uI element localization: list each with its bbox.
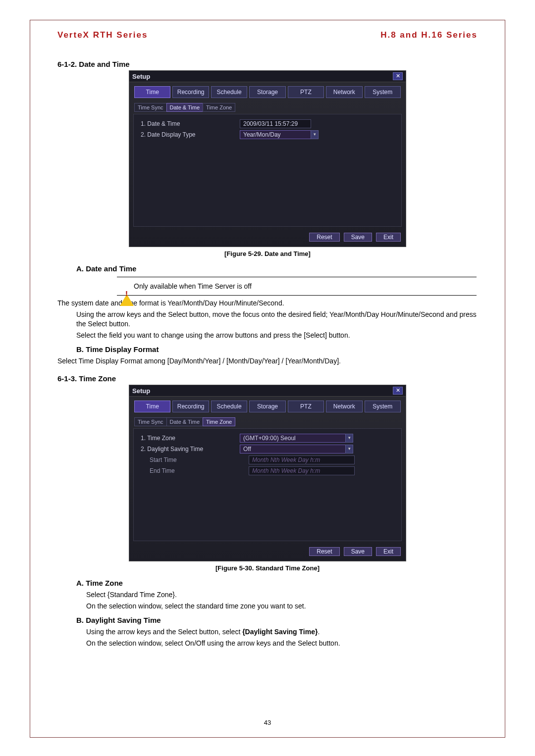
- para-3a: Select {Standard Time Zone}.: [57, 590, 478, 600]
- field-dst[interactable]: Off: [240, 445, 346, 454]
- subtab-time-sync[interactable]: Time Sync: [134, 417, 167, 426]
- field-date-display-type[interactable]: Year/Mon/Day: [240, 130, 311, 139]
- reset-button[interactable]: Reset: [309, 233, 339, 242]
- chevron-down-icon[interactable]: ▾: [345, 445, 353, 454]
- chevron-down-icon[interactable]: ▾: [345, 434, 353, 443]
- tab-recording[interactable]: Recording: [172, 86, 209, 98]
- tab-time[interactable]: Time: [134, 86, 170, 98]
- para-4a-post: .: [318, 628, 320, 636]
- label-end-time: End Time: [141, 467, 249, 474]
- warning-box: ! Only available when Time Server is off: [117, 277, 477, 296]
- field-end-time: Month Nth Week Day h:m: [249, 466, 355, 475]
- tab-storage[interactable]: Storage: [249, 86, 285, 98]
- label-time-zone: 1. Time Zone: [141, 435, 240, 442]
- reset-button[interactable]: Reset: [309, 547, 339, 556]
- close-icon[interactable]: ✕: [393, 72, 403, 80]
- subhead-b-dst: B. Daylight Saving Time: [76, 616, 478, 624]
- tab-network[interactable]: Network: [326, 401, 362, 412]
- subtab-time-zone[interactable]: Time Zone: [203, 417, 235, 426]
- tab-ptz[interactable]: PTZ: [288, 401, 324, 412]
- subtab-date-time[interactable]: Date & Time: [166, 103, 204, 112]
- page-header: VerteX RTH Series H.8 and H.16 Series: [57, 30, 478, 40]
- subhead-b-time-display: B. Time Display Format: [76, 345, 478, 353]
- dialog-title: Setup: [132, 387, 150, 395]
- para-1c: Select the field you want to change usin…: [57, 331, 478, 340]
- section-6-1-3-heading: 6-1-3. Time Zone: [57, 374, 478, 383]
- tab-recording[interactable]: Recording: [172, 401, 209, 412]
- subhead-a-time-zone: A. Time Zone: [76, 579, 478, 587]
- dialog-title: Setup: [132, 73, 150, 80]
- field-time-zone[interactable]: (GMT+09:00) Seoul: [240, 434, 346, 443]
- para-4a-pre: Using the arrow keys and the Select butt…: [86, 628, 242, 636]
- para-3b: On the selection window, select the stan…: [57, 602, 478, 611]
- save-button[interactable]: Save: [344, 233, 372, 242]
- page-number: 43: [30, 719, 505, 726]
- tab-storage[interactable]: Storage: [249, 401, 285, 412]
- warning-text: Only available when Time Server is off: [134, 282, 252, 290]
- tab-ptz[interactable]: PTZ: [288, 86, 324, 98]
- subhead-a-date-time: A. Date and Time: [76, 264, 478, 273]
- close-icon[interactable]: ✕: [393, 387, 403, 395]
- label-date-display-type: 2. Date Display Type: [141, 131, 240, 138]
- subtab-date-time[interactable]: Date & Time: [166, 417, 204, 426]
- para-4b: On the selection window, select On/Off u…: [57, 639, 478, 648]
- tab-system[interactable]: System: [365, 86, 401, 98]
- tab-schedule[interactable]: Schedule: [211, 86, 247, 98]
- save-button[interactable]: Save: [344, 547, 372, 556]
- header-left: VerteX RTH Series: [57, 30, 148, 40]
- chevron-down-icon[interactable]: ▾: [311, 130, 319, 139]
- screenshot-time-zone: Setup ✕ Time Recording Schedule Storage …: [129, 385, 406, 561]
- exit-button[interactable]: Exit: [376, 547, 401, 556]
- tab-schedule[interactable]: Schedule: [211, 401, 247, 412]
- para-4a: Using the arrow keys and the Select butt…: [57, 627, 478, 637]
- field-date-time[interactable]: 2009/03/11 15:57:29: [240, 119, 311, 128]
- tab-time[interactable]: Time: [134, 401, 170, 412]
- figure-caption-1: [Figure 5-29. Date and Time]: [57, 250, 478, 257]
- label-date-time: 1. Date & Time: [141, 120, 240, 127]
- figure-caption-2: [Figure 5-30. Standard Time Zone]: [57, 564, 478, 572]
- subtab-time-sync[interactable]: Time Sync: [134, 103, 167, 112]
- subtab-time-zone[interactable]: Time Zone: [203, 103, 235, 112]
- header-right: H.8 and H.16 Series: [380, 30, 478, 40]
- label-start-time: Start Time: [141, 456, 249, 463]
- section-6-1-2-heading: 6-1-2. Date and Time: [57, 60, 478, 68]
- label-dst: 2. Daylight Saving Time: [141, 446, 240, 453]
- para-2: Select Time Display Format among [Day/Mo…: [57, 356, 478, 366]
- tab-system[interactable]: System: [365, 401, 401, 412]
- field-start-time: Month Nth Week Day h:m: [249, 455, 355, 464]
- exit-button[interactable]: Exit: [376, 233, 401, 242]
- tab-network[interactable]: Network: [326, 86, 362, 98]
- screenshot-date-time: Setup ✕ Time Recording Schedule Storage …: [129, 70, 406, 247]
- para-1b: Using the arrow keys and the Select butt…: [57, 310, 478, 329]
- para-4a-bold: {Daylight Saving Time}: [242, 628, 318, 636]
